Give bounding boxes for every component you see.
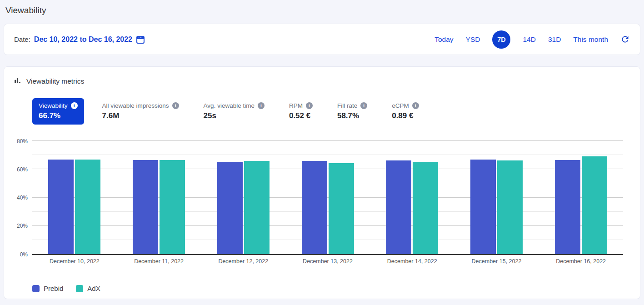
quick-range-14d[interactable]: 14D: [523, 35, 535, 44]
x-axis-label-4: December 14, 2022: [370, 258, 454, 265]
bar-prebid-5[interactable]: [470, 160, 496, 254]
calendar-icon[interactable]: [136, 35, 145, 44]
chart-plot-area: 0%20%40%60%80%: [32, 141, 623, 255]
bar-adx-6[interactable]: [582, 156, 607, 254]
bar-group-4: [370, 141, 454, 254]
bar-group-2: [201, 141, 285, 254]
x-axis-label-3: December 13, 2022: [285, 258, 370, 265]
info-icon[interactable]: i: [360, 102, 367, 109]
metric-tab-label: Fill rate: [337, 102, 357, 109]
quick-range-ysd[interactable]: YSD: [466, 35, 480, 44]
metric-tab-viewability[interactable]: Viewabilityi66.7%: [32, 98, 84, 125]
page-title: Viewability: [0, 0, 644, 24]
legend-label: Prebid: [44, 285, 63, 292]
quick-range-7d[interactable]: 7D: [492, 30, 510, 49]
bar-group-3: [285, 141, 370, 254]
metric-tab-value: 66.7%: [39, 111, 78, 120]
legend-item-prebid[interactable]: Prebid: [32, 285, 63, 292]
refresh-icon[interactable]: [620, 35, 630, 44]
bar-prebid-0[interactable]: [48, 160, 74, 254]
legend-swatch-adx: [76, 285, 83, 292]
y-tick-label-80: 80%: [17, 138, 28, 145]
bar-prebid-6[interactable]: [555, 160, 580, 254]
metric-tab-label: eCPM: [392, 102, 409, 109]
quick-range-group: TodayYSD7D14D31DThis month: [434, 30, 630, 49]
metric-tab-label: RPM: [289, 102, 303, 109]
bar-adx-5[interactable]: [497, 160, 523, 254]
card-header: Viewability metrics: [13, 76, 631, 86]
y-tick-label-40: 40%: [17, 195, 28, 201]
info-icon[interactable]: i: [258, 102, 265, 109]
x-axis-label-0: December 10, 2022: [32, 258, 117, 265]
legend-label: AdX: [87, 285, 100, 292]
metric-tab-ecpm[interactable]: eCPMi0.89 €: [385, 98, 425, 125]
metric-tab-value: 7.6M: [102, 111, 179, 120]
date-range-value[interactable]: Dec 10, 2022 to Dec 16, 2022: [34, 35, 132, 44]
bar-prebid-1[interactable]: [133, 160, 158, 254]
bar-group-5: [454, 141, 539, 254]
legend-item-adx[interactable]: AdX: [76, 285, 100, 292]
viewability-metrics-card: Viewability metrics Viewabilityi66.7%All…: [4, 66, 640, 299]
metric-tab-value: 0.52 €: [289, 111, 313, 120]
bar-prebid-2[interactable]: [217, 162, 243, 254]
chart-legend: PrebidAdX: [32, 285, 631, 292]
metric-tab-value: 0.89 €: [392, 111, 419, 120]
x-axis-label-2: December 12, 2022: [201, 258, 285, 265]
bar-group-0: [32, 141, 117, 254]
bars-row: [32, 141, 623, 254]
bar-adx-4[interactable]: [413, 162, 438, 254]
date-range-picker[interactable]: Date: Dec 10, 2022 to Dec 16, 2022: [14, 35, 145, 44]
metric-tab-fill-rate[interactable]: Fill ratei58.7%: [331, 98, 374, 125]
metric-tab-label: Viewability: [39, 102, 68, 109]
date-label: Date:: [14, 35, 30, 43]
bar-adx-1[interactable]: [160, 160, 185, 254]
bar-prebid-3[interactable]: [302, 161, 327, 254]
metric-tab-value: 58.7%: [337, 111, 367, 120]
metric-tab-label: All viewable impressions: [102, 102, 169, 109]
y-tick-label-0: 0%: [20, 251, 28, 258]
bar-adx-3[interactable]: [329, 163, 354, 254]
x-axis-label-6: December 16, 2022: [539, 258, 623, 265]
metric-tabs: Viewabilityi66.7%All viewable impression…: [32, 98, 631, 125]
metric-tab-value: 25s: [204, 111, 265, 120]
metric-tab-rpm[interactable]: RPMi0.52 €: [283, 98, 319, 125]
info-icon[interactable]: i: [412, 102, 419, 109]
quick-range-today[interactable]: Today: [434, 35, 453, 44]
date-filter-bar: Date: Dec 10, 2022 to Dec 16, 2022 Today…: [4, 24, 640, 55]
viewability-chart: 0%20%40%60%80% December 10, 2022December…: [32, 141, 623, 265]
legend-swatch-prebid: [32, 285, 40, 292]
quick-range-this-month[interactable]: This month: [573, 35, 608, 44]
chart-x-axis-labels: December 10, 2022December 11, 2022Decemb…: [32, 258, 623, 265]
metric-tab-avg-viewable-time[interactable]: Avg. viewable timei25s: [197, 98, 271, 125]
x-axis-label-1: December 11, 2022: [117, 258, 201, 265]
quick-range-31d[interactable]: 31D: [548, 35, 561, 44]
card-title: Viewability metrics: [26, 77, 84, 85]
bar-group-1: [117, 141, 201, 254]
bar-adx-2[interactable]: [244, 161, 270, 254]
bar-prebid-4[interactable]: [386, 160, 411, 254]
y-tick-label-20: 20%: [17, 223, 28, 229]
bar-group-6: [539, 141, 623, 254]
x-axis-label-5: December 15, 2022: [454, 258, 539, 265]
bar-chart-icon: [13, 76, 22, 86]
info-icon[interactable]: i: [172, 102, 179, 109]
metric-tab-label: Avg. viewable time: [204, 102, 255, 109]
bar-adx-0[interactable]: [75, 160, 100, 254]
info-icon[interactable]: i: [306, 102, 313, 109]
metric-tab-all-viewable-impressions[interactable]: All viewable impressionsi7.6M: [96, 98, 185, 125]
y-tick-label-60: 60%: [17, 166, 28, 173]
info-icon[interactable]: i: [71, 102, 78, 109]
